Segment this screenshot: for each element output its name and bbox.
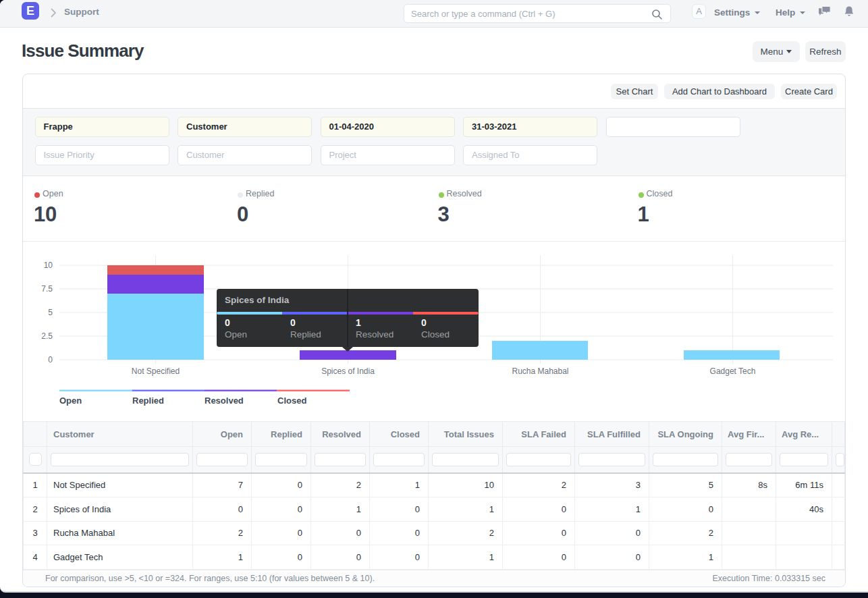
svg-text:2.5: 2.5 (41, 331, 53, 341)
svg-text:Not Specified: Not Specified (132, 366, 180, 376)
svg-text:Spices of India: Spices of India (321, 366, 375, 376)
svg-text:7.5: 7.5 (41, 284, 53, 294)
svg-text:10: 10 (44, 261, 53, 270)
svg-text:Replied: Replied (132, 396, 164, 406)
svg-text:Open: Open (59, 396, 82, 406)
svg-text:0: 0 (48, 355, 53, 364)
svg-text:Resolved: Resolved (205, 396, 244, 406)
svg-text:Gadget Tech: Gadget Tech (710, 366, 756, 376)
svg-text:5: 5 (48, 308, 53, 317)
svg-text:Closed: Closed (277, 396, 306, 406)
svg-text:Rucha Mahabal: Rucha Mahabal (512, 366, 568, 376)
